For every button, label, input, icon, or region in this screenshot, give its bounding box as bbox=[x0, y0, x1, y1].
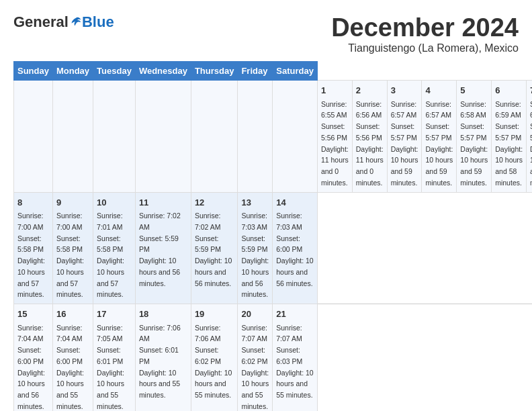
day-number: 21 bbox=[276, 308, 314, 321]
sunset-text: Sunset: 5:57 PM bbox=[425, 122, 451, 142]
daylight-text: Daylight: 10 hours and 55 minutes. bbox=[56, 369, 84, 410]
sunset-text: Sunset: 5:56 PM bbox=[321, 122, 347, 142]
daylight-text: Daylight: 10 hours and 56 minutes. bbox=[195, 257, 232, 287]
daylight-text: Daylight: 10 hours and 56 minutes. bbox=[276, 257, 313, 287]
day-number: 13 bbox=[241, 196, 269, 210]
calendar-week-row: 1 Sunrise: 6:55 AM Sunset: 5:56 PM Dayli… bbox=[14, 81, 533, 193]
sunset-text: Sunset: 6:00 PM bbox=[56, 346, 83, 365]
table-cell bbox=[273, 81, 318, 193]
sunrise-text: Sunrise: 7:07 AM bbox=[241, 324, 267, 343]
daylight-text: Daylight: 10 hours and 55 minutes. bbox=[241, 369, 269, 410]
table-cell: 17 Sunrise: 7:05 AM Sunset: 6:01 PM Dayl… bbox=[93, 304, 136, 412]
header-saturday: Saturday bbox=[273, 62, 318, 81]
header-tuesday: Tuesday bbox=[93, 62, 136, 81]
sunrise-text: Sunrise: 6:57 AM bbox=[391, 100, 417, 120]
sunrise-text: Sunrise: 7:02 AM bbox=[195, 212, 221, 231]
day-number: 5 bbox=[460, 84, 488, 97]
day-number: 19 bbox=[195, 308, 234, 321]
day-number: 6 bbox=[495, 84, 523, 97]
location-subtitle: Tianguistengo (La Romera), Mexico bbox=[331, 42, 519, 54]
sunrise-text: Sunrise: 6:56 AM bbox=[356, 100, 382, 120]
title-area: December 2024 Tianguistengo (La Romera),… bbox=[331, 13, 519, 54]
table-cell: 4 Sunrise: 6:57 AM Sunset: 5:57 PM Dayli… bbox=[422, 81, 457, 193]
sunset-text: Sunset: 5:59 PM bbox=[195, 234, 221, 254]
sunset-text: Sunset: 5:59 PM bbox=[139, 234, 179, 254]
day-number: 8 bbox=[17, 196, 49, 210]
sunrise-text: Sunrise: 7:07 AM bbox=[276, 324, 302, 343]
sunset-text: Sunset: 5:58 PM bbox=[17, 234, 44, 254]
table-cell: 20 Sunrise: 7:07 AM Sunset: 6:02 PM Dayl… bbox=[238, 304, 273, 412]
daylight-text: Daylight: 10 hours and 59 minutes. bbox=[391, 145, 418, 187]
table-cell bbox=[135, 81, 191, 193]
day-number: 2 bbox=[356, 84, 384, 97]
daylight-text: Daylight: 10 hours and 56 minutes. bbox=[139, 257, 180, 287]
daylight-text: Daylight: 10 hours and 56 minutes. bbox=[17, 369, 45, 410]
sunset-text: Sunset: 6:01 PM bbox=[97, 346, 123, 365]
table-cell bbox=[14, 81, 53, 193]
daylight-text: Daylight: 10 hours and 57 minutes. bbox=[97, 257, 124, 298]
table-cell: 13 Sunrise: 7:03 AM Sunset: 5:59 PM Dayl… bbox=[238, 192, 273, 304]
sunrise-text: Sunrise: 6:58 AM bbox=[460, 100, 486, 120]
logo-bird-icon bbox=[70, 16, 82, 28]
sunset-text: Sunset: 5:57 PM bbox=[495, 122, 521, 142]
table-cell: 21 Sunrise: 7:07 AM Sunset: 6:03 PM Dayl… bbox=[273, 304, 318, 412]
calendar-header-row: Sunday Monday Tuesday Wednesday Thursday… bbox=[14, 62, 533, 81]
table-cell: 7 Sunrise: 6:59 AM Sunset: 5:57 PM Dayli… bbox=[527, 81, 532, 193]
header-thursday: Thursday bbox=[191, 62, 238, 81]
day-number: 4 bbox=[425, 84, 453, 97]
day-number: 11 bbox=[139, 196, 187, 210]
daylight-text: Daylight: 10 hours and 55 minutes. bbox=[276, 369, 313, 400]
daylight-text: Daylight: 10 hours and 59 minutes. bbox=[460, 145, 488, 187]
daylight-text: Daylight: 10 hours and 57 minutes. bbox=[17, 257, 45, 298]
table-cell: 15 Sunrise: 7:04 AM Sunset: 6:00 PM Dayl… bbox=[14, 304, 53, 412]
month-title: December 2024 bbox=[331, 13, 519, 42]
day-number: 20 bbox=[241, 308, 269, 321]
daylight-text: Daylight: 11 hours and 0 minutes. bbox=[321, 145, 349, 187]
logo: General Blue bbox=[13, 13, 114, 31]
table-cell bbox=[93, 81, 136, 193]
table-cell: 1 Sunrise: 6:55 AM Sunset: 5:56 PM Dayli… bbox=[317, 81, 352, 193]
sunset-text: Sunset: 5:56 PM bbox=[356, 122, 382, 142]
sunrise-text: Sunrise: 7:00 AM bbox=[56, 212, 83, 231]
table-cell: 18 Sunrise: 7:06 AM Sunset: 6:01 PM Dayl… bbox=[135, 304, 191, 412]
table-cell: 16 Sunrise: 7:04 AM Sunset: 6:00 PM Dayl… bbox=[52, 304, 93, 412]
day-number: 18 bbox=[139, 308, 187, 321]
table-cell bbox=[238, 81, 273, 193]
page-header: General Blue December 2024 Tianguistengo… bbox=[13, 13, 519, 54]
table-cell: 5 Sunrise: 6:58 AM Sunset: 5:57 PM Dayli… bbox=[457, 81, 492, 193]
day-number: 14 bbox=[276, 196, 314, 210]
daylight-text: Daylight: 10 hours and 59 minutes. bbox=[425, 145, 453, 187]
logo-blue-text: Blue bbox=[82, 13, 114, 31]
table-cell: 10 Sunrise: 7:01 AM Sunset: 5:58 PM Dayl… bbox=[93, 192, 136, 304]
table-cell: 11 Sunrise: 7:02 AM Sunset: 5:59 PM Dayl… bbox=[135, 192, 191, 304]
header-sunday: Sunday bbox=[14, 62, 53, 81]
sunset-text: Sunset: 5:58 PM bbox=[97, 234, 123, 254]
table-cell: 2 Sunrise: 6:56 AM Sunset: 5:56 PM Dayli… bbox=[352, 81, 387, 193]
table-cell: 6 Sunrise: 6:59 AM Sunset: 5:57 PM Dayli… bbox=[492, 81, 527, 193]
sunset-text: Sunset: 6:00 PM bbox=[276, 234, 302, 254]
sunset-text: Sunset: 6:02 PM bbox=[241, 346, 267, 365]
table-cell: 12 Sunrise: 7:02 AM Sunset: 5:59 PM Dayl… bbox=[191, 192, 238, 304]
sunset-text: Sunset: 6:01 PM bbox=[139, 346, 179, 365]
day-number: 12 bbox=[195, 196, 234, 210]
table-cell: 8 Sunrise: 7:00 AM Sunset: 5:58 PM Dayli… bbox=[14, 192, 53, 304]
calendar-week-row: 15 Sunrise: 7:04 AM Sunset: 6:00 PM Dayl… bbox=[14, 304, 533, 412]
sunrise-text: Sunrise: 7:03 AM bbox=[241, 212, 267, 231]
header-friday: Friday bbox=[238, 62, 273, 81]
header-wednesday: Wednesday bbox=[135, 62, 191, 81]
day-number: 17 bbox=[97, 308, 132, 321]
calendar-week-row: 8 Sunrise: 7:00 AM Sunset: 5:58 PM Dayli… bbox=[14, 192, 533, 304]
table-cell: 3 Sunrise: 6:57 AM Sunset: 5:57 PM Dayli… bbox=[387, 81, 422, 193]
day-number: 10 bbox=[97, 196, 132, 210]
sunrise-text: Sunrise: 7:01 AM bbox=[97, 212, 123, 231]
logo-general-text: General bbox=[13, 13, 69, 31]
daylight-text: Daylight: 10 hours and 55 minutes. bbox=[97, 369, 124, 410]
sunrise-text: Sunrise: 6:57 AM bbox=[425, 100, 451, 120]
sunrise-text: Sunrise: 7:03 AM bbox=[276, 212, 302, 231]
sunrise-text: Sunrise: 7:04 AM bbox=[56, 324, 83, 343]
day-number: 1 bbox=[321, 84, 349, 97]
day-number: 9 bbox=[56, 196, 89, 210]
sunset-text: Sunset: 5:59 PM bbox=[241, 234, 267, 254]
sunrise-text: Sunrise: 7:06 AM bbox=[195, 324, 221, 343]
sunrise-text: Sunrise: 7:06 AM bbox=[139, 324, 181, 343]
